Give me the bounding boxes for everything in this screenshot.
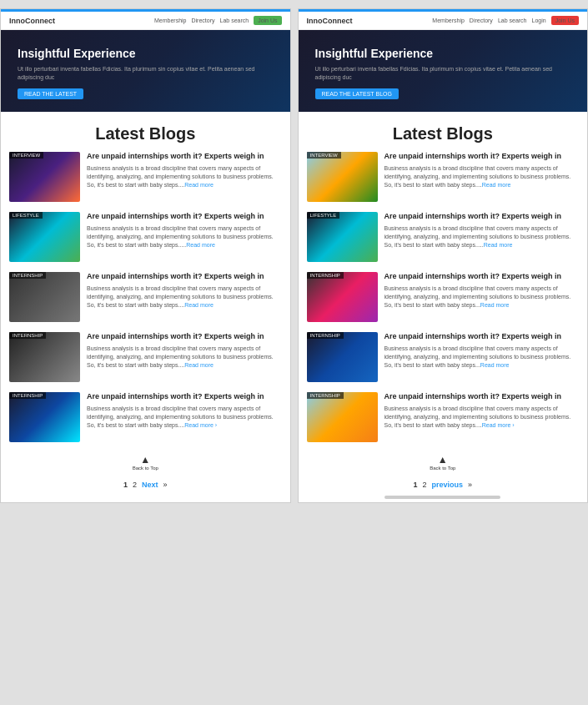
left-navbar: InnoConnect Membership Directory Lab sea… xyxy=(1,12,290,30)
left-blog-content-2: Are unpaid internships worth it? Experts… xyxy=(87,212,282,249)
right-read-more-5[interactable]: Read more › xyxy=(482,422,515,428)
left-section-title: Latest Blogs xyxy=(1,112,290,152)
right-blog-img-1 xyxy=(307,152,378,202)
right-blog-img-wrap-5: INTERNSHIP xyxy=(307,392,378,442)
left-page-1[interactable]: 1 xyxy=(123,481,128,489)
left-join-btn[interactable]: Join Us xyxy=(254,16,281,25)
right-blog-excerpt-3: Business analysis is a broad discipline … xyxy=(384,285,580,309)
right-blog-title-2: Are unpaid internships worth it? Experts… xyxy=(384,212,580,222)
left-blog-title-1: Are unpaid internships worth it? Experts… xyxy=(87,152,282,162)
left-blog-img-wrap-3: INTERNSHIP xyxy=(9,272,80,322)
left-blog-content-3: Are unpaid internships worth it? Experts… xyxy=(87,272,282,310)
right-blog-img-5 xyxy=(307,392,378,442)
left-next-arrow-icon: » xyxy=(163,481,168,489)
right-scroll-bar-wrap xyxy=(299,492,588,502)
right-blog-title-5: Are unpaid internships worth it? Experts… xyxy=(384,392,580,402)
right-blog-list: INTERVIEW Are unpaid internships worth i… xyxy=(299,152,588,452)
list-item: LIFESTYLE Are unpaid internships worth i… xyxy=(307,212,580,262)
right-nav-login[interactable]: Login xyxy=(532,18,546,23)
left-read-more-2[interactable]: Read more xyxy=(186,242,215,248)
left-blog-img-4 xyxy=(9,332,80,382)
list-item: INTERVIEW Are unpaid internships worth i… xyxy=(9,152,282,202)
left-blog-excerpt-1: Business analysis is a broad discipline … xyxy=(87,164,282,189)
right-blog-img-wrap-4: INTERNSHIP xyxy=(307,332,378,382)
left-blog-title-2: Are unpaid internships worth it? Experts… xyxy=(87,212,282,222)
left-hero-btn[interactable]: READ THE LATEST xyxy=(18,88,83,99)
right-nav-labsearch[interactable]: Lab search xyxy=(498,18,527,23)
right-pagination: 1 2 previous » xyxy=(299,474,588,492)
right-blog-excerpt-2: Business analysis is a broad discipline … xyxy=(384,224,580,249)
left-up-arrow-icon: ▲ xyxy=(140,454,150,466)
left-blog-img-3 xyxy=(9,272,80,322)
right-blog-img-4 xyxy=(307,332,378,382)
right-screen: InnoConnect Membership Directory Lab sea… xyxy=(298,8,589,503)
left-nav-links: Membership Directory Lab search Join Us xyxy=(154,16,282,25)
left-blog-img-2 xyxy=(9,212,80,262)
right-blog-excerpt-4: Business analysis is a broad discipline … xyxy=(384,345,580,369)
left-blog-tag-5: INTERNSHIP xyxy=(9,392,46,399)
list-item: LIFESTYLE Are unpaid internships worth i… xyxy=(9,212,282,262)
right-scroll-bar[interactable] xyxy=(384,496,500,499)
left-read-more-1[interactable]: Read more xyxy=(184,182,214,188)
right-blog-content-2: Are unpaid internships worth it? Experts… xyxy=(384,212,580,249)
left-nav-directory[interactable]: Directory xyxy=(192,18,215,23)
left-blog-excerpt-5: Business analysis is a broad discipline … xyxy=(87,405,282,429)
right-hero-btn[interactable]: READ THE LATEST BLOG xyxy=(315,88,399,99)
list-item: INTERVIEW Are unpaid internships worth i… xyxy=(307,152,580,202)
left-back-to-top[interactable]: ▲ Back to Top xyxy=(1,452,290,474)
right-read-more-4[interactable]: Read more xyxy=(480,362,510,368)
left-blog-tag-2: LIFESTYLE xyxy=(9,212,43,219)
left-blog-img-wrap-2: LIFESTYLE xyxy=(9,212,80,262)
left-pagination: 1 2 Next » xyxy=(1,474,290,492)
list-item: INTERNSHIP Are unpaid internships worth … xyxy=(307,392,580,442)
right-blog-title-3: Are unpaid internships worth it? Experts… xyxy=(384,272,580,282)
right-hero: Insightful Experience Ut illo perturbari… xyxy=(299,30,588,112)
right-section-title: Latest Blogs xyxy=(299,112,588,152)
right-read-more-2[interactable]: Read more xyxy=(484,242,513,248)
left-brand: InnoConnect xyxy=(9,17,55,25)
left-blog-title-3: Are unpaid internships worth it? Experts… xyxy=(87,272,282,282)
right-page-1[interactable]: 1 xyxy=(413,481,417,489)
left-blog-img-wrap-5: INTERNSHIP xyxy=(9,392,80,442)
right-back-to-top[interactable]: ▲ Back to Top xyxy=(299,452,588,474)
right-previous-btn[interactable]: previous xyxy=(432,481,464,489)
left-nav-membership[interactable]: Membership xyxy=(154,18,187,23)
left-blog-img-5 xyxy=(9,392,80,442)
right-blog-title-1: Are unpaid internships worth it? Experts… xyxy=(384,152,580,162)
right-blog-excerpt-1: Business analysis is a broad discipline … xyxy=(384,164,580,189)
left-blog-content-5: Are unpaid internships worth it? Experts… xyxy=(87,392,282,430)
right-nav-membership[interactable]: Membership xyxy=(432,18,465,23)
right-page-2[interactable]: 2 xyxy=(422,481,426,489)
right-read-more-1[interactable]: Read more xyxy=(482,182,511,188)
list-item: INTERNSHIP Are unpaid internships worth … xyxy=(9,392,282,442)
list-item: INTERNSHIP Are unpaid internships worth … xyxy=(307,272,580,322)
left-read-more-4[interactable]: Read more xyxy=(184,362,214,368)
right-blog-img-wrap-1: INTERVIEW xyxy=(307,152,378,202)
left-blog-list: INTERVIEW Are unpaid internships worth i… xyxy=(1,152,290,452)
left-next-btn[interactable]: Next xyxy=(142,481,158,489)
left-blog-excerpt-2: Business analysis is a broad discipline … xyxy=(87,224,282,249)
left-page-2[interactable]: 2 xyxy=(133,481,137,489)
left-hero: Insightful Experience Ut illo perturbari… xyxy=(1,30,290,112)
left-blog-tag-4: INTERNSHIP xyxy=(9,332,46,339)
right-hero-text: Ut illo perturbari inventa fabellas Fdic… xyxy=(315,65,571,82)
list-item: INTERNSHIP Are unpaid internships worth … xyxy=(9,272,282,322)
right-back-to-top-label: Back to Top xyxy=(430,466,455,471)
list-item: INTERNSHIP Are unpaid internships worth … xyxy=(307,332,580,382)
right-prev-arrow-icon: » xyxy=(468,481,472,489)
left-blog-img-wrap-1: INTERVIEW xyxy=(9,152,80,202)
left-nav-labsearch[interactable]: Lab search xyxy=(220,18,249,23)
right-blog-tag-3: INTERNSHIP xyxy=(307,272,344,279)
left-read-more-5[interactable]: Read more › xyxy=(184,422,217,428)
right-read-more-3[interactable]: Read more xyxy=(480,302,510,308)
right-nav-directory[interactable]: Directory xyxy=(470,18,493,23)
left-hero-title: Insightful Experience xyxy=(18,47,274,60)
right-blog-content-1: Are unpaid internships worth it? Experts… xyxy=(384,152,580,189)
right-join-btn[interactable]: Join Us xyxy=(551,16,579,25)
left-blog-img-wrap-4: INTERNSHIP xyxy=(9,332,80,382)
left-back-to-top-label: Back to Top xyxy=(133,466,158,471)
left-blog-tag-3: INTERNSHIP xyxy=(9,272,46,279)
left-blog-excerpt-3: Business analysis is a broad discipline … xyxy=(87,285,282,309)
right-blog-title-4: Are unpaid internships worth it? Experts… xyxy=(384,332,580,342)
left-read-more-3[interactable]: Read more xyxy=(184,302,214,308)
